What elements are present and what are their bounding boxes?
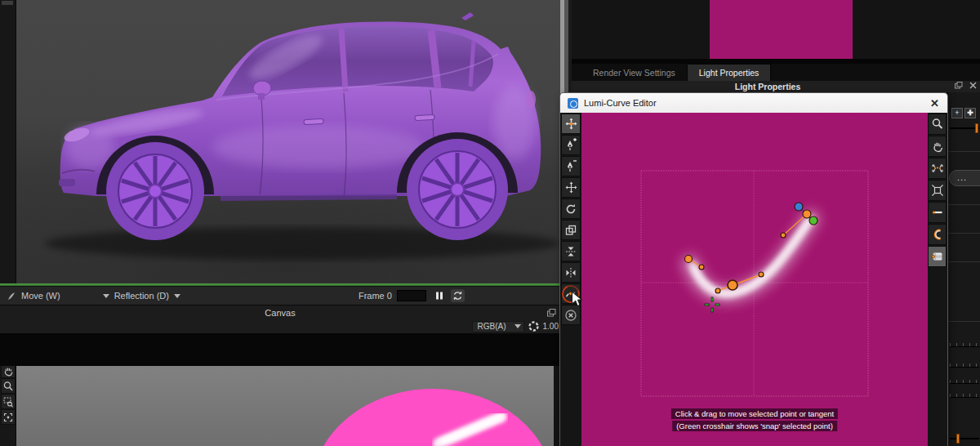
hint-line-1: Click & drag to move selected point or t… [671,408,838,419]
float-panel-icon[interactable] [547,309,556,317]
move-all-tool-button[interactable] [561,177,581,198]
curve-point-orange[interactable] [803,210,811,218]
dock-tab-bar: Render View Settings Light Properties [572,64,980,81]
zoom-view-tool-button[interactable] [928,114,947,135]
curve-point-orange[interactable] [699,265,704,270]
curve-profile-tool-button[interactable] [928,224,947,245]
close-panel-icon[interactable] [969,82,977,89]
duplicate-tool-button[interactable] [561,220,581,240]
marquee-zoom-button[interactable] [1,394,16,409]
fit-view-icon [2,412,14,423]
more-options-button[interactable]: ... [949,170,980,186]
exposure-value[interactable]: 1.00 [543,322,559,331]
canvas-panel-title: Canvas [265,308,295,318]
param-slider-4[interactable] [950,391,979,398]
float-panel-icon[interactable] [955,82,963,89]
cylinder-map-tool-button[interactable] [928,246,947,267]
scale-points-tool-button[interactable] [928,158,947,179]
light-properties-header: Light Properties [572,81,980,92]
panel-splitter[interactable] [560,0,572,94]
remove-point-tool-button[interactable] [561,156,581,176]
rotate-icon [564,203,577,216]
intensity-slider-handle[interactable] [975,123,978,133]
front-wheel [106,142,204,240]
rotate-tool-button[interactable] [561,198,581,219]
car-render [16,0,560,286]
lumi-window-title: Lumi-Curve Editor [584,98,657,108]
lumi-curve-canvas[interactable]: Click & drag to move selected point or t… [581,113,928,446]
curve-point-blue[interactable] [795,203,803,211]
fit-view-button[interactable] [1,409,16,425]
rear-wheel [407,139,508,240]
snap-crosshair-arm [715,304,719,306]
gamma-refresh-icon[interactable] [528,320,540,332]
bottom-slider-track[interactable] [950,438,979,439]
lumi-right-toolbar [928,113,947,446]
hand-icon [931,140,944,153]
move-point-icon [564,117,578,131]
circle-close-icon [564,309,577,322]
add-point-tool-button[interactable] [561,135,581,155]
bottom-slider-handle[interactable] [956,434,960,444]
curve-point-orange-selected[interactable] [728,280,737,290]
snap-crosshair-arm [705,304,709,306]
loop-playback-icon[interactable] [451,289,465,302]
tab-light-properties[interactable]: Light Properties [687,64,772,81]
flip-vertical-icon [564,245,577,258]
frame-label: Frame 0 [359,291,392,301]
param-slider-3[interactable] [950,377,979,384]
light-properties-title: Light Properties [572,82,964,91]
reflection-dropdown-arrow-icon[interactable] [174,294,180,298]
canvas-panel-header: Canvas [0,305,560,319]
flip-horizontal-tool-button[interactable] [561,262,581,283]
linear-profile-tool-button[interactable] [928,202,947,223]
flip-horizontal-icon [564,266,577,279]
mouse-cursor [571,291,584,309]
snap-crosshair-arm [711,308,713,312]
strip-handle [2,1,13,5]
move-all-icon [564,181,578,194]
curve-point-orange[interactable] [685,256,693,263]
zoom-tool-button[interactable] [1,378,16,394]
magnifier-icon [931,118,944,131]
paint-canvas[interactable] [16,366,554,446]
scale-points-icon [931,162,944,175]
application-window: Move (W) Reflection (D) Frame 0 Canvas R… [0,0,980,446]
curve-point-green[interactable] [809,216,817,225]
pan-view-tool-button[interactable] [928,136,947,157]
light-shape-preview [16,366,554,446]
fit-frame-icon [931,184,944,197]
lumi-close-button[interactable]: ✕ [930,97,939,109]
frame-input[interactable] [397,290,426,301]
curve-point-orange[interactable] [781,233,786,238]
flip-vertical-tool-button[interactable] [561,241,581,261]
lumi-app-icon [568,98,578,109]
lumi-titlebar[interactable]: Lumi-Curve Editor ✕ [560,93,947,113]
canvas-options-row: RGB(A) 1.00 [0,319,560,333]
canvas-ruler-area [0,333,560,366]
move-mode-dropdown[interactable]: Move (W) [21,291,60,301]
fit-frame-tool-button[interactable] [928,180,947,201]
feather-icon [7,290,16,301]
add-button[interactable]: + [951,108,963,118]
channel-dropdown[interactable]: RGB(A) [472,321,524,332]
move-dropdown-arrow-icon[interactable] [103,294,109,298]
cylinder-map-icon [930,250,944,263]
tab-render-view-settings[interactable]: Render View Settings [581,64,687,81]
left-tool-strip [0,0,16,446]
linear-profile-icon [931,206,944,219]
lumi-left-toolbar [560,113,581,446]
magnifier-icon [2,381,14,392]
render-color-swatch [710,0,853,59]
curve-point-orange[interactable] [759,272,764,277]
channel-dropdown-arrow-icon [514,324,521,328]
add-all-button[interactable]: ✚ [964,108,976,118]
render-viewport[interactable] [16,0,560,286]
param-slider-1[interactable] [950,341,979,347]
pause-icon[interactable] [434,291,444,301]
snap-crosshair-arm [711,297,713,301]
move-point-tool-button[interactable] [561,114,581,134]
param-slider-2[interactable] [950,361,979,368]
curve-point-orange[interactable] [715,288,720,293]
reflection-mode-dropdown[interactable]: Reflection (D) [114,291,169,301]
